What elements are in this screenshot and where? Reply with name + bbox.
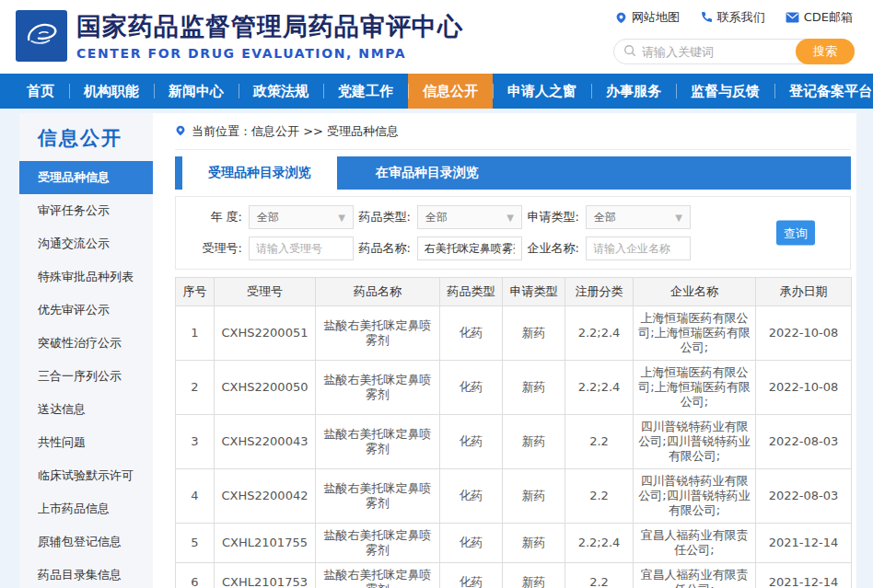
- breadcrumb-divider: [175, 149, 851, 150]
- sidebar-item[interactable]: 特殊审批品种列表: [19, 260, 153, 294]
- company-input[interactable]: [586, 236, 691, 260]
- drug-type-select[interactable]: 全部 ▼: [417, 205, 522, 229]
- table-cell: 盐酸右美托咪定鼻喷雾剂: [316, 469, 440, 524]
- table-cell: CXHS2200043: [215, 415, 316, 469]
- cde-logo: [16, 10, 67, 62]
- nav-item[interactable]: 申请人之窗: [493, 74, 591, 109]
- nav-item[interactable]: 监督与反馈: [676, 74, 774, 109]
- table-row: 3CXHS2200043盐酸右美托咪定鼻喷雾剂化药新药2.2四川普锐特药业有限公…: [176, 415, 852, 469]
- phone-icon: [700, 11, 713, 24]
- table-header-row: 序号受理号药品名称药品类型申请类型注册分类企业名称承办日期: [176, 278, 852, 306]
- table-column-header: 药品名称: [316, 278, 440, 306]
- table-column-header: 受理号: [215, 278, 316, 306]
- apply-type-label: 申请类型:: [522, 209, 579, 225]
- table-column-header: 承办日期: [756, 278, 852, 306]
- table-cell: 新药: [503, 415, 565, 469]
- breadcrumb: 当前位置：信息公开 >> 受理品种信息: [175, 121, 851, 142]
- acceptance-no-label: 受理号:: [185, 240, 242, 257]
- sidebar-item[interactable]: 审评任务公示: [19, 194, 153, 227]
- table-cell: 化药: [440, 563, 503, 588]
- sidebar-item[interactable]: 三合一序列公示: [19, 360, 153, 393]
- nav-item[interactable]: 政策法规: [239, 74, 323, 109]
- header-quick-links: 网站地图 联系我们 CDE邮箱: [613, 9, 855, 26]
- nav-item[interactable]: 办事服务: [591, 74, 676, 109]
- tab-bar: 受理品种目录浏览 在审品种目录浏览: [175, 156, 851, 190]
- table-cell: 新药: [503, 469, 565, 524]
- table-cell: 新药: [503, 563, 565, 588]
- sidebar-item[interactable]: 药品目录集信息: [19, 559, 153, 588]
- table-cell: 2022-08-03: [756, 415, 852, 469]
- table-cell: 上海恒瑞医药有限公司;上海恒瑞医药有限公司;: [634, 361, 756, 415]
- sidebar-item[interactable]: 原辅包登记信息: [19, 525, 153, 559]
- table-cell: 四川普锐特药业有限公司;四川普锐特药业有限公司;: [634, 415, 756, 469]
- apply-type-select[interactable]: 全部 ▼: [586, 205, 691, 229]
- table-cell: 2.2: [565, 469, 634, 524]
- table-cell: 2.2;2.4: [565, 306, 634, 361]
- table-column-header: 企业名称: [634, 278, 756, 306]
- breadcrumb-text: 当前位置：信息公开 >> 受理品种信息: [192, 123, 399, 140]
- query-button[interactable]: 查询: [776, 221, 815, 246]
- table-cell: 2022-08-03: [756, 469, 852, 524]
- sidebar-item[interactable]: 受理品种信息: [19, 161, 153, 194]
- site-subtitle: CENTER FOR DRUG EVALUATION, NMPA: [76, 46, 463, 61]
- table-cell: 化药: [440, 469, 503, 524]
- header-search-input[interactable]: [642, 45, 798, 59]
- sidebar-item[interactable]: 沟通交流公示: [19, 227, 153, 260]
- breadcrumb-pin-icon: [175, 124, 186, 140]
- contact-link[interactable]: 联系我们: [700, 9, 765, 26]
- site-title: 国家药品监督管理局药品审评中心: [76, 11, 463, 42]
- drug-name-input[interactable]: [417, 236, 522, 260]
- filter-panel: 年 度: 全部 ▼ 药品类型: 全部 ▼ 申请类型:: [175, 196, 851, 270]
- table-row: 4CXHS2200042盐酸右美托咪定鼻喷雾剂化药新药2.2四川普锐特药业有限公…: [176, 469, 852, 524]
- header-search-button[interactable]: 搜索: [796, 39, 855, 64]
- table-cell: 2021-12-14: [756, 563, 852, 588]
- table-cell: 2.2: [565, 415, 634, 469]
- table-cell: 2.2: [565, 563, 634, 588]
- table-row: 2CXHS2200050盐酸右美托咪定鼻喷雾剂化药新药2.2;2.4上海恒瑞医药…: [176, 361, 852, 415]
- nav-item[interactable]: 信息公开: [408, 74, 493, 109]
- table-cell: 化药: [440, 524, 503, 563]
- sidebar-item[interactable]: 临床试验默示许可: [19, 459, 153, 492]
- acceptance-no-input[interactable]: [249, 236, 354, 260]
- sidebar-title: 信息公开: [19, 126, 153, 150]
- sidebar-item[interactable]: 突破性治疗公示: [19, 327, 153, 360]
- nav-item[interactable]: 新闻中心: [154, 74, 239, 109]
- table-cell: 2022-10-08: [756, 306, 852, 361]
- table-cell: 宜昌人福药业有限责任公司;: [634, 524, 756, 563]
- table-cell: 5: [176, 524, 215, 563]
- year-select[interactable]: 全部 ▼: [249, 205, 354, 229]
- table-cell: 新药: [503, 306, 565, 361]
- sitemap-link[interactable]: 网站地图: [615, 9, 680, 26]
- sitemap-label: 网站地图: [632, 9, 680, 26]
- nav-item[interactable]: 党建工作: [323, 74, 408, 109]
- table-cell: 新药: [503, 361, 565, 415]
- cde-mail-link[interactable]: CDE邮箱: [786, 9, 853, 26]
- tab-under-review-catalog[interactable]: 在审品种目录浏览: [350, 156, 505, 190]
- apply-type-select-value: 全部: [594, 210, 616, 225]
- table-cell: CXHL2101753: [215, 563, 316, 588]
- nav-item[interactable]: 登记备案平台: [774, 74, 873, 109]
- table-cell: 2.2;2.4: [565, 524, 634, 563]
- drug-name-label: 药品名称:: [354, 240, 411, 257]
- table-cell: 宜昌人福药业有限责任公司;: [634, 563, 756, 588]
- table-cell: CXHS2200051: [215, 306, 316, 361]
- year-select-value: 全部: [257, 210, 279, 225]
- table-cell: 盐酸右美托咪定鼻喷雾剂: [316, 361, 440, 415]
- table-cell: 四川普锐特药业有限公司;四川普锐特药业有限公司;: [634, 469, 756, 524]
- table-cell: 盐酸右美托咪定鼻喷雾剂: [316, 306, 440, 361]
- table-cell: CXHS2200050: [215, 361, 316, 415]
- tab-accepted-catalog[interactable]: 受理品种目录浏览: [182, 156, 337, 190]
- sidebar-item[interactable]: 优先审评公示: [19, 294, 153, 327]
- sidebar-item[interactable]: 上市药品信息: [19, 492, 153, 525]
- table-cell: 上海恒瑞医药有限公司;上海恒瑞医药有限公司;: [634, 306, 756, 361]
- sidebar-item[interactable]: 送达信息: [19, 393, 153, 426]
- table-cell: 盐酸右美托咪定鼻喷雾剂: [316, 524, 440, 563]
- nav-item[interactable]: 机构职能: [69, 74, 154, 109]
- cde-logo-swoosh-icon: [20, 13, 63, 59]
- sidebar-item[interactable]: 共性问题: [19, 426, 153, 459]
- table-cell: 化药: [440, 361, 503, 415]
- content-container: 信息公开 受理品种信息审评任务公示沟通交流公示特殊审批品种列表优先审评公示突破性…: [19, 113, 856, 588]
- table-cell: 新药: [503, 524, 565, 563]
- table-cell: CXHS2200042: [215, 469, 316, 524]
- nav-item[interactable]: 首页: [12, 74, 69, 109]
